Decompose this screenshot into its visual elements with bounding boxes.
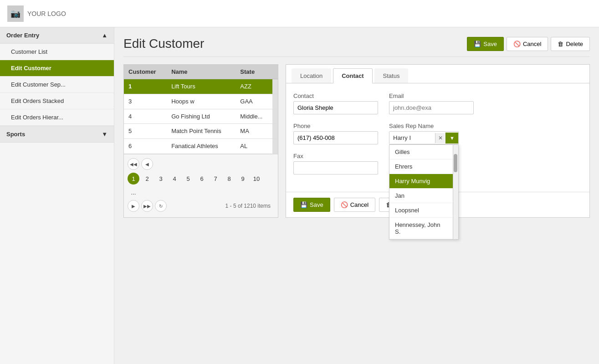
cell-scroll — [272, 94, 278, 109]
pagination: ◀◀ ◀ 12345678910... ▶ ▶▶ ↻ 1 - 5 of 1210… — [124, 154, 278, 217]
app-header: 📷 YOUR LOGO — [0, 0, 599, 27]
header-cancel-label: Cancel — [523, 41, 541, 47]
table-row[interactable]: 3 Hoops w GAA — [124, 94, 278, 109]
cell-id: 1 — [124, 79, 167, 94]
logo-area: 📷 YOUR LOGO — [7, 5, 66, 22]
table-row[interactable]: 5 Match Point Tennis MA — [124, 124, 278, 139]
dropdown-item[interactable]: Harry Munvig — [389, 174, 453, 189]
form-save-button[interactable]: 💾 Save — [293, 198, 330, 212]
fax-field: Fax — [293, 153, 378, 174]
pag-refresh-btn[interactable]: ↻ — [155, 200, 167, 212]
dropdown-item[interactable]: Loopsnel — [389, 203, 453, 218]
dropdown-list: GillesEhrersHarry MunvigJanLoopsnelHenne… — [389, 145, 453, 239]
fax-input[interactable] — [293, 161, 378, 174]
main-layout: Order Entry ▲ Customer List Edit Custome… — [0, 27, 599, 364]
scroll-thumb — [454, 154, 457, 172]
sales-rep-dropdown-btn[interactable]: ▼ — [445, 133, 458, 144]
table-row[interactable]: 4 Go Fishing Ltd Middle... — [124, 109, 278, 124]
logo-text: YOUR LOGO — [27, 10, 66, 17]
table-row[interactable]: 1 Lift Tours AZZ — [124, 79, 278, 94]
pag-page-btn[interactable]: 4 — [169, 173, 180, 185]
cell-state: AL — [236, 139, 272, 154]
cell-scroll — [272, 109, 278, 124]
phone-field: Phone — [293, 123, 378, 144]
sidebar-item-label: Edit Customer — [11, 65, 51, 72]
sales-rep-dropdown: GillesEhrersHarry MunvigJanLoopsnelHenne… — [389, 144, 459, 240]
sidebar-item-edit-customer[interactable]: Edit Customer — [0, 60, 114, 77]
dropdown-scrollbar: GillesEhrersHarry MunvigJanLoopsnelHenne… — [389, 145, 458, 239]
cell-id: 4 — [124, 109, 167, 124]
cell-id: 5 — [124, 124, 167, 139]
email-input[interactable] — [389, 101, 474, 114]
delete-icon: 🗑 — [558, 41, 563, 47]
pag-page-btn[interactable]: 8 — [223, 173, 235, 185]
pag-page-btn[interactable]: 3 — [155, 173, 167, 185]
dropdown-item[interactable]: Jan — [389, 189, 453, 203]
header-cancel-button[interactable]: 🚫 Cancel — [507, 37, 548, 51]
table-row[interactable]: 6 Fanatical Athletes AL — [124, 139, 278, 154]
cell-id: 3 — [124, 94, 167, 109]
sales-rep-label: Sales Rep Name — [389, 123, 459, 129]
email-label: Email — [389, 92, 474, 99]
fax-label: Fax — [293, 153, 378, 159]
form-save-icon: 💾 — [300, 201, 307, 208]
pag-summary: 1 - 5 of 1210 items — [222, 201, 274, 211]
cell-name: Hoops w — [167, 94, 236, 109]
sales-rep-clear-btn[interactable]: ✕ — [435, 133, 445, 143]
pag-page-btn[interactable]: 6 — [196, 173, 208, 185]
form-cancel-label: Cancel — [350, 201, 369, 208]
header-save-label: Save — [483, 41, 497, 47]
header-delete-button[interactable]: 🗑 Delete — [551, 37, 590, 51]
sidebar-item-label: Edit Orders Stacked — [11, 97, 64, 104]
form-body: Contact Email Phone — [286, 83, 589, 192]
phone-input[interactable] — [293, 131, 378, 144]
cell-scroll — [272, 139, 278, 154]
form-cancel-button[interactable]: 🚫 Cancel — [334, 198, 375, 212]
form-row-contact-email: Contact Email — [293, 92, 582, 114]
dropdown-scroll[interactable] — [453, 145, 458, 239]
pag-page-btn[interactable]: 10 — [251, 173, 262, 185]
sidebar-item-customer-list[interactable]: Customer List — [0, 44, 114, 60]
sidebar-sports-label: Sports — [6, 131, 25, 138]
tab-contact[interactable]: Contact — [333, 68, 372, 83]
tab-status-label: Status — [383, 72, 400, 79]
sidebar-item-edit-orders-hierar[interactable]: Edit Orders Hierar... — [0, 109, 114, 126]
col-state: State — [236, 65, 272, 79]
pag-next-btn[interactable]: ▶ — [128, 200, 139, 212]
pag-last-btn[interactable]: ▶▶ — [141, 200, 153, 212]
pag-page-btn[interactable]: 5 — [182, 173, 194, 185]
pag-prev-btn[interactable]: ◀ — [141, 158, 153, 170]
sidebar: Order Entry ▲ Customer List Edit Custome… — [0, 27, 114, 364]
sidebar-item-label: Customer List — [11, 48, 47, 55]
sales-rep-input-group: Harry I ✕ ▼ — [389, 131, 459, 144]
sidebar-item-edit-customer-sep[interactable]: Edit Customer Sep... — [0, 77, 114, 93]
sidebar-item-edit-orders-stacked[interactable]: Edit Orders Stacked — [0, 93, 114, 109]
pag-page-btn[interactable]: ... — [128, 186, 139, 198]
form-panel: Location Contact Status Contact — [286, 64, 590, 218]
col-customer: Customer — [124, 65, 167, 79]
page-title: Edit Customer — [123, 36, 204, 51]
pag-page-btn[interactable]: 9 — [237, 173, 249, 185]
contact-field: Contact — [293, 92, 378, 114]
form-save-label: Save — [310, 201, 323, 208]
page-header: Edit Customer 💾 Save 🚫 Cancel 🗑 Delete — [123, 36, 590, 57]
pag-page-btn[interactable]: 1 — [128, 173, 139, 185]
header-buttons: 💾 Save 🚫 Cancel 🗑 Delete — [467, 37, 590, 51]
pag-first-btn[interactable]: ◀◀ — [128, 158, 139, 170]
tab-status[interactable]: Status — [374, 68, 409, 83]
pag-page-btn[interactable]: 2 — [141, 173, 153, 185]
sidebar-sports-header[interactable]: Sports ▼ — [0, 126, 114, 143]
pag-page-btn[interactable]: 7 — [210, 173, 221, 185]
contact-input[interactable] — [293, 101, 378, 114]
cell-state: GAA — [236, 94, 272, 109]
dropdown-item[interactable]: Gilles — [389, 145, 453, 159]
sales-rep-value: Harry I — [389, 132, 435, 144]
tab-contact-label: Contact — [342, 72, 363, 79]
header-save-button[interactable]: 💾 Save — [467, 37, 504, 51]
dropdown-item[interactable]: Hennessey, John S. — [389, 218, 453, 239]
pag-nav-buttons: ▶ ▶▶ ↻ — [128, 200, 167, 212]
sidebar-order-entry-header[interactable]: Order Entry ▲ — [0, 27, 114, 44]
form-cancel-icon: 🚫 — [341, 201, 348, 208]
tab-location[interactable]: Location — [292, 68, 331, 83]
dropdown-item[interactable]: Ehrers — [389, 159, 453, 174]
